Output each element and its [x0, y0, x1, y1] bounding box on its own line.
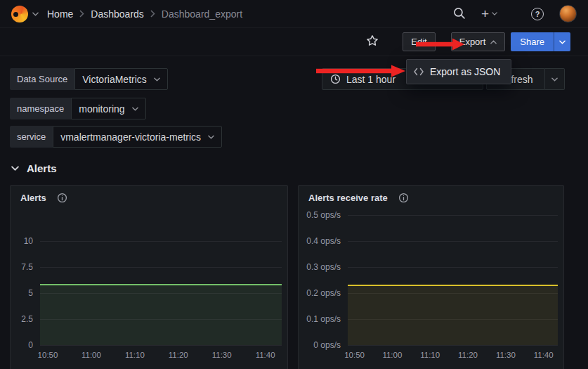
- info-icon[interactable]: [398, 193, 409, 203]
- variable-row-namespace: namespace monitoring: [10, 98, 146, 119]
- chevron-down-icon: [132, 107, 138, 111]
- variable-label: service: [10, 126, 53, 148]
- datasource-value: VictoriaMetrics: [82, 74, 147, 85]
- y-tick-label: 0.3 ops/s: [306, 262, 341, 272]
- y-tick-label: 0: [28, 340, 33, 350]
- y-tick-label: 10: [24, 236, 33, 246]
- x-tick-label: 11:30: [496, 351, 516, 359]
- chevron-down-icon: [492, 12, 497, 15]
- series-area-fill: [40, 285, 282, 345]
- y-tick-label: 0 ops/s: [313, 340, 341, 350]
- chart: 02.557.510 10:5011:0011:1011:2011:3011:4…: [16, 215, 282, 362]
- y-axis: 0 ops/s0.1 ops/s0.2 ops/s0.3 ops/s0.4 op…: [304, 215, 348, 345]
- help-button[interactable]: ?: [531, 8, 544, 20]
- variable-namespace: namespace monitoring: [10, 98, 146, 119]
- x-axis: 10:5011:0011:1011:2011:3011:40: [348, 351, 558, 362]
- edit-button[interactable]: Edit: [403, 32, 435, 51]
- gridline: [40, 241, 282, 242]
- x-tick-label: 11:20: [169, 351, 188, 359]
- y-tick-label: 2.5: [21, 314, 33, 324]
- series-area-fill: [348, 285, 558, 345]
- series-line: [40, 284, 282, 285]
- grafana-dashboard-screen: Home Dashboards Dashboard_export +: [0, 0, 588, 369]
- section-toggle-alerts[interactable]: Alerts: [11, 162, 57, 174]
- service-dropdown[interactable]: vmalertmanager-victoria-metrics: [53, 126, 222, 148]
- namespace-dropdown[interactable]: monitoring: [71, 98, 145, 119]
- star-icon: [366, 34, 379, 49]
- export-button[interactable]: Export: [451, 32, 506, 51]
- namespace-value: monitoring: [79, 103, 124, 115]
- panel-alerts: Alerts 02.557.510 10:5011:0011:1011:2011…: [10, 185, 288, 369]
- x-tick-label: 11:40: [256, 351, 275, 359]
- share-button[interactable]: Share: [511, 32, 554, 51]
- export-as-json-label: Export as JSON: [430, 66, 500, 77]
- chevron-down-icon: [11, 166, 19, 171]
- y-tick-label: 0.4 ops/s: [306, 236, 341, 246]
- panel-alerts-receive-rate: Alerts receive rate 0 ops/s0.1 ops/s0.2 …: [298, 185, 564, 369]
- star-dashboard-button[interactable]: [366, 34, 379, 49]
- clock-icon: [330, 74, 341, 84]
- variable-row-datasource: Data Source VictoriaMetrics: [10, 68, 168, 90]
- variable-service: service vmalertmanager-victoria-metrics: [10, 126, 222, 148]
- grafana-logo-button[interactable]: [11, 6, 39, 22]
- breadcrumb-dashboards[interactable]: Dashboards: [91, 8, 144, 20]
- x-axis: 10:5011:0011:1011:2011:3011:40: [40, 351, 282, 362]
- export-as-json-menu-item[interactable]: Export as JSON: [407, 63, 511, 81]
- refresh-interval-dropdown-button[interactable]: [545, 68, 565, 90]
- y-tick-label: 0.2 ops/s: [306, 288, 341, 298]
- breadcrumb-home[interactable]: Home: [47, 8, 73, 20]
- help-icon: ?: [535, 10, 540, 18]
- x-tick-label: 11:10: [420, 351, 440, 359]
- x-tick-label: 11:10: [125, 351, 145, 359]
- panel-title: Alerts receive rate: [308, 193, 388, 203]
- info-icon[interactable]: [57, 193, 67, 203]
- x-tick-label: 10:50: [344, 351, 365, 359]
- share-dropdown-button[interactable]: [554, 32, 570, 51]
- datasource-dropdown[interactable]: VictoriaMetrics: [74, 68, 168, 90]
- time-range-label: Last 1 hour: [346, 74, 396, 85]
- x-tick-label: 11:30: [212, 351, 232, 359]
- export-dropdown-menu: Export as JSON: [406, 59, 511, 84]
- export-button-label: Export: [459, 37, 486, 47]
- gridline: [40, 345, 282, 346]
- search-button[interactable]: [452, 6, 466, 22]
- gridline: [348, 241, 558, 242]
- panel-header: Alerts receive rate: [299, 186, 563, 209]
- code-brackets-icon: [414, 67, 424, 76]
- series-line: [348, 285, 558, 286]
- y-tick-label: 0.1 ops/s: [306, 314, 341, 324]
- variable-label: Data Source: [10, 68, 74, 90]
- chevron-down-icon: [32, 12, 39, 16]
- y-tick-label: 0.5 ops/s: [306, 210, 341, 220]
- y-axis: 02.557.510: [16, 215, 40, 345]
- chevron-right-icon: [150, 10, 155, 18]
- y-tick-label: 7.5: [21, 262, 33, 272]
- x-tick-label: 11:40: [534, 351, 554, 359]
- plot-area: [40, 215, 282, 345]
- x-tick-label: 11:00: [81, 351, 101, 359]
- plot-area: [348, 215, 558, 345]
- x-tick-label: 11:00: [382, 351, 402, 359]
- chevron-right-icon: [79, 10, 84, 18]
- chart: 0 ops/s0.1 ops/s0.2 ops/s0.3 ops/s0.4 op…: [304, 215, 558, 362]
- chevron-up-icon: [490, 40, 497, 44]
- search-icon: [452, 6, 466, 22]
- dashboard-toolbar: Edit Export Share: [0, 28, 588, 56]
- x-tick-label: 10:50: [38, 351, 58, 359]
- user-avatar[interactable]: [559, 5, 577, 22]
- edit-button-label: Edit: [411, 37, 426, 47]
- share-button-group: Share: [511, 32, 570, 51]
- grafana-logo-icon: [11, 6, 28, 22]
- gridline: [40, 267, 282, 268]
- gridline: [348, 345, 558, 346]
- panel-header: Alerts: [11, 186, 287, 209]
- chevron-down-icon: [154, 77, 160, 82]
- section-title: Alerts: [27, 162, 57, 174]
- share-button-label: Share: [520, 37, 544, 47]
- chevron-down-icon: [208, 135, 214, 139]
- x-tick-label: 11:20: [458, 351, 478, 359]
- add-new-button[interactable]: +: [481, 7, 497, 20]
- gridline: [348, 267, 558, 268]
- top-navigation: Home Dashboards Dashboard_export +: [0, 0, 588, 28]
- variable-row-service: service vmalertmanager-victoria-metrics: [10, 126, 222, 148]
